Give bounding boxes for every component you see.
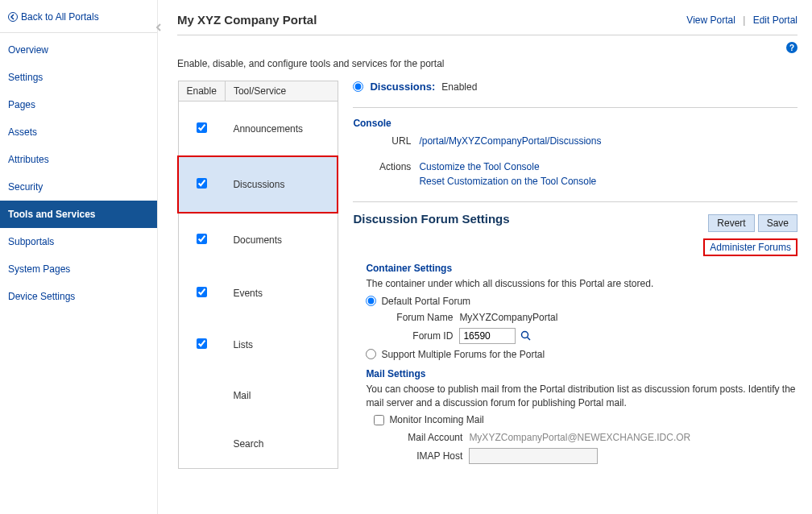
table-row: Events [178,267,338,319]
tool-label[interactable]: Mail [225,371,338,420]
header-row: My XYZ Company Portal View Portal | Edit… [177,13,798,27]
forum-name-row: Forum Name MyXYZCompanyPortal [379,312,798,323]
header-divider [177,35,798,35]
col-tool: Tool/Service [225,81,338,102]
enable-checkbox-documents[interactable] [197,234,207,244]
actions-label: Actions [366,161,419,187]
tools-table: Enable Tool/Service Announcements Discus… [177,81,338,469]
mail-account-value: MyXYZCompanyPortal@NEWEXCHANGE.IDC.OR [469,432,690,443]
mail-account-label: Mail Account [388,432,469,443]
default-forum-radio[interactable] [366,296,376,306]
admin-link-row: Administer Forums [353,238,798,256]
separator: | [743,15,745,26]
sidebar-item-settings[interactable]: Settings [0,64,157,91]
status-radio[interactable] [353,81,363,92]
enable-checkbox-discussions[interactable] [197,178,207,189]
table-row: Lists [178,319,338,371]
sidebar-divider [0,32,157,33]
imap-host-row: IMAP Host [388,448,798,464]
multiple-forums-radio-row: Support Multiple Forums for the Portal [366,349,798,360]
arrow-left-icon [8,12,18,22]
forum-id-input[interactable] [459,328,516,344]
table-row: Announcements [178,102,338,157]
header-links: View Portal | Edit Portal [686,15,798,26]
sidebar-item-pages[interactable]: Pages [0,91,157,118]
sidebar-item-tools-services[interactable]: Tools and Services [0,201,157,228]
monitor-mail-row: Monitor Incoming Mail [374,414,798,425]
container-desc: The container under which all discussion… [366,277,798,291]
settings-heading: Discussion Forum Settings [353,212,509,226]
help-row: ? [177,42,798,53]
back-to-portals-link[interactable]: Back to All Portals [0,6,157,27]
reset-link[interactable]: Reset Customization on the Tool Console [419,176,596,187]
sidebar-item-system-pages[interactable]: System Pages [0,255,157,283]
status-state: Enabled [441,81,477,93]
col-enable: Enable [178,81,225,102]
tool-label[interactable]: Search [225,420,338,469]
sidebar-item-security[interactable]: Security [0,173,157,201]
mail-desc: You can choose to publish mail from the … [366,383,798,410]
console-heading: Console [353,118,798,129]
monitor-mail-checkbox[interactable] [374,415,384,425]
settings-header: Discussion Forum Settings Revert Save [353,212,798,234]
back-link-label: Back to All Portals [21,11,99,23]
imap-host-input[interactable] [469,448,598,464]
table-row: Discussions [178,156,338,213]
url-link[interactable]: /portal/MyXYZCompanyPortal/Discussions [419,135,601,147]
table-row: Mail [178,371,338,420]
sidebar: Back to All Portals Overview Settings Pa… [0,0,158,514]
status-row: Discussions: Enabled [353,81,798,93]
url-label: URL [366,135,419,147]
page-subtitle: Enable, disable, and configure tools and… [177,58,798,69]
save-button[interactable]: Save [758,214,798,232]
customize-link[interactable]: Customize the Tool Console [419,161,539,172]
detail-panel: Discussions: Enabled Console URL /portal… [353,81,798,469]
mail-settings-heading: Mail Settings [366,368,798,379]
imap-host-label: IMAP Host [388,450,469,462]
search-icon[interactable] [520,330,532,342]
button-group: Revert Save [708,214,798,232]
multiple-forums-label: Support Multiple Forums for the Portal [381,349,545,360]
svg-point-1 [522,331,528,338]
chevron-left-icon [154,21,164,34]
sidebar-item-overview[interactable]: Overview [0,36,157,64]
url-row: URL /portal/MyXYZCompanyPortal/Discussio… [366,135,798,147]
sidebar-item-assets[interactable]: Assets [0,118,157,146]
help-icon[interactable]: ? [786,42,798,53]
multiple-forums-radio[interactable] [366,349,376,359]
administer-forums-link[interactable]: Administer Forums [703,238,798,256]
panel-divider [353,107,798,108]
forum-name-label: Forum Name [379,312,459,323]
main-content: My XYZ Company Portal View Portal | Edit… [158,0,812,514]
default-forum-label: Default Portal Forum [381,296,470,307]
svg-line-2 [528,337,531,340]
status-tool-label: Discussions: [370,81,435,93]
forum-id-row: Forum ID [379,328,798,344]
enable-checkbox-events[interactable] [197,287,207,297]
container-settings-heading: Container Settings [366,263,798,274]
svg-point-0 [9,13,18,22]
sidebar-item-subportals[interactable]: Subportals [0,228,157,255]
tool-label[interactable]: Documents [225,213,338,267]
default-forum-radio-row: Default Portal Forum [366,296,798,307]
sidebar-item-device-settings[interactable]: Device Settings [0,283,157,310]
mail-account-row: Mail Account MyXYZCompanyPortal@NEWEXCHA… [388,432,798,443]
tool-label[interactable]: Lists [225,319,338,371]
panel-divider-2 [353,201,798,202]
sidebar-collapse-handle[interactable] [154,21,164,36]
enable-checkbox-lists[interactable] [197,338,207,349]
tool-label[interactable]: Discussions [225,156,338,213]
sidebar-item-attributes[interactable]: Attributes [0,146,157,173]
table-row: Search [178,420,338,469]
page-title: My XYZ Company Portal [177,13,317,27]
edit-portal-link[interactable]: Edit Portal [753,15,798,26]
tool-label[interactable]: Events [225,267,338,319]
table-row: Documents [178,213,338,267]
revert-button[interactable]: Revert [708,214,754,232]
enable-checkbox-announcements[interactable] [197,122,207,133]
view-portal-link[interactable]: View Portal [686,15,735,26]
tool-label[interactable]: Announcements [225,102,338,157]
monitor-mail-label: Monitor Incoming Mail [389,414,483,425]
forum-id-label: Forum ID [379,330,459,342]
forum-name-value: MyXYZCompanyPortal [459,312,557,323]
